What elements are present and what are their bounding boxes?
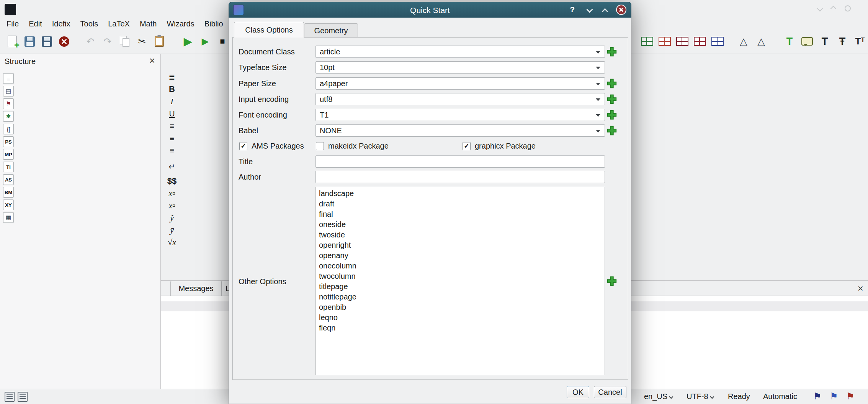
other-option[interactable]: oneside	[319, 219, 605, 230]
align-left-icon[interactable]: ≡	[165, 120, 178, 132]
bookmark-icon[interactable]: ⚑	[3, 98, 14, 109]
italic-icon[interactable]: I	[165, 96, 178, 107]
other-option[interactable]: leqno	[319, 312, 605, 323]
newline-icon[interactable]: ↵	[165, 161, 178, 172]
other-option[interactable]: twoside	[319, 230, 605, 240]
tab-geometry[interactable]: Geometry	[304, 23, 358, 38]
window-shade-icon[interactable]	[817, 5, 823, 11]
graphicx-package-checkbox[interactable]: ✓	[463, 142, 471, 150]
dialog-titlebar[interactable]: Quick Start ?	[229, 2, 631, 18]
menu-latex[interactable]: LaTeX	[103, 17, 135, 31]
log-toggle-icon[interactable]	[5, 392, 15, 402]
other-options-list[interactable]: landscape draft final oneside twoside op…	[315, 187, 605, 375]
copy-icon[interactable]	[118, 34, 132, 48]
other-option[interactable]: landscape	[319, 188, 605, 199]
tabbing-wizard-icon[interactable]	[658, 34, 672, 48]
new-document-icon[interactable]	[5, 34, 19, 48]
bottom-panel-close-icon[interactable]: ×	[858, 281, 863, 296]
bookmark-flag-icon[interactable]: ⚑	[846, 389, 855, 404]
title-input[interactable]	[315, 155, 605, 168]
other-option[interactable]: titlepage	[319, 281, 605, 292]
structure-list-icon[interactable]: ≡	[3, 73, 14, 84]
other-option[interactable]: fleqn	[319, 323, 605, 333]
ok-button[interactable]: OK	[567, 386, 589, 398]
text-superscript-icon[interactable]: Tᵀ	[853, 34, 867, 48]
close-document-icon[interactable]	[57, 34, 71, 48]
babel-select[interactable]: NONE	[315, 124, 605, 137]
app-icon[interactable]	[5, 4, 16, 15]
window-unshade-icon[interactable]	[830, 5, 837, 11]
add-input-encoding-button[interactable]	[606, 93, 618, 105]
tabular-wizard-icon[interactable]	[640, 34, 654, 48]
triangle-up-alt-icon[interactable]: △	[754, 34, 768, 48]
array-wizard-icon[interactable]	[675, 34, 689, 48]
paste-icon[interactable]	[152, 34, 166, 48]
window-close-icon[interactable]	[845, 5, 851, 11]
pattern-icon[interactable]: ▦	[3, 212, 14, 223]
run-icon[interactable]: ▶	[198, 34, 212, 48]
save-all-icon[interactable]	[40, 34, 54, 48]
metapost-icon[interactable]: MP	[3, 149, 14, 160]
document-icon[interactable]: ▤	[3, 86, 14, 97]
menu-file[interactable]: File	[2, 17, 24, 31]
other-option[interactable]: notitlepage	[319, 292, 605, 302]
tikz-icon[interactable]: TI	[3, 162, 14, 172]
document-class-select[interactable]: article	[315, 46, 605, 58]
menu-biblio[interactable]: Biblio	[199, 17, 228, 31]
add-document-class-button[interactable]	[606, 46, 618, 57]
tab-class-options[interactable]: Class Options	[234, 22, 304, 38]
ybar-icon[interactable]: ȳ	[165, 224, 178, 236]
underline-icon[interactable]: U	[165, 108, 178, 119]
subscript-icon[interactable]: x▫	[165, 188, 178, 199]
text-color-icon[interactable]: T	[783, 34, 796, 48]
superscript-icon[interactable]: x▫	[165, 200, 178, 211]
other-option[interactable]: openright	[319, 240, 605, 250]
ams-packages-option[interactable]: ✓ AMS Packages	[239, 140, 304, 152]
other-option[interactable]: twocolumn	[319, 271, 605, 281]
input-encoding-select[interactable]: utf8	[315, 93, 605, 105]
triangle-up-icon[interactable]: △	[737, 34, 750, 48]
makeidx-package-checkbox[interactable]	[316, 142, 324, 150]
ams-packages-checkbox[interactable]: ✓	[239, 142, 247, 150]
font-encoding-select[interactable]: T1	[315, 109, 605, 121]
other-option[interactable]: openany	[319, 250, 605, 261]
xypic-icon[interactable]: XY	[3, 200, 14, 210]
asymptote-icon[interactable]: AS	[3, 174, 14, 185]
bold-icon[interactable]: B	[165, 83, 178, 95]
menu-wizards[interactable]: Wizards	[162, 17, 199, 31]
dialog-close-icon[interactable]	[616, 5, 626, 15]
encoding-selector[interactable]: UTF-8	[687, 389, 714, 404]
beamer-icon[interactable]: BM	[3, 187, 14, 198]
matrix-wizard-icon[interactable]	[693, 34, 707, 48]
cut-icon[interactable]: ✂	[135, 34, 149, 48]
tab-messages[interactable]: Messages	[170, 281, 222, 296]
yhat-icon[interactable]: ŷ	[165, 212, 178, 224]
other-option[interactable]: draft	[319, 199, 605, 209]
save-icon[interactable]	[23, 34, 36, 48]
text-icon[interactable]: T	[818, 34, 832, 48]
graphicx-package-option[interactable]: ✓ graphicx Package	[463, 140, 536, 152]
typeface-size-select[interactable]: 10pt	[315, 61, 605, 74]
symbols-icon[interactable]: ✱	[3, 111, 14, 122]
menu-tools[interactable]: Tools	[75, 17, 103, 31]
pstricks-icon[interactable]: PS	[3, 136, 14, 147]
other-option[interactable]: onecolumn	[319, 261, 605, 271]
undo-icon[interactable]: ↶	[83, 34, 97, 48]
brackets-icon[interactable]: {[	[3, 124, 14, 134]
language-selector[interactable]: en_US	[644, 389, 673, 404]
quick-build-icon[interactable]: ▶	[181, 34, 195, 48]
xy-matrix-icon[interactable]	[711, 34, 724, 48]
cancel-button[interactable]: Cancel	[594, 386, 626, 398]
paper-size-select[interactable]: a4paper	[315, 77, 605, 90]
add-font-encoding-button[interactable]	[606, 109, 618, 121]
bookmark-flag-icon[interactable]: ⚑	[813, 389, 822, 404]
menu-edit[interactable]: Edit	[24, 17, 47, 31]
terminal-toggle-icon[interactable]	[18, 392, 28, 402]
align-right-icon[interactable]: ≡	[165, 145, 178, 156]
add-paper-size-button[interactable]	[606, 78, 618, 89]
sqrt-icon[interactable]: √x	[165, 237, 178, 248]
structure-close-icon[interactable]: ×	[149, 55, 155, 67]
menu-math[interactable]: Math	[135, 17, 162, 31]
add-other-option-button[interactable]	[606, 275, 618, 287]
help-button[interactable]: ?	[570, 5, 575, 14]
